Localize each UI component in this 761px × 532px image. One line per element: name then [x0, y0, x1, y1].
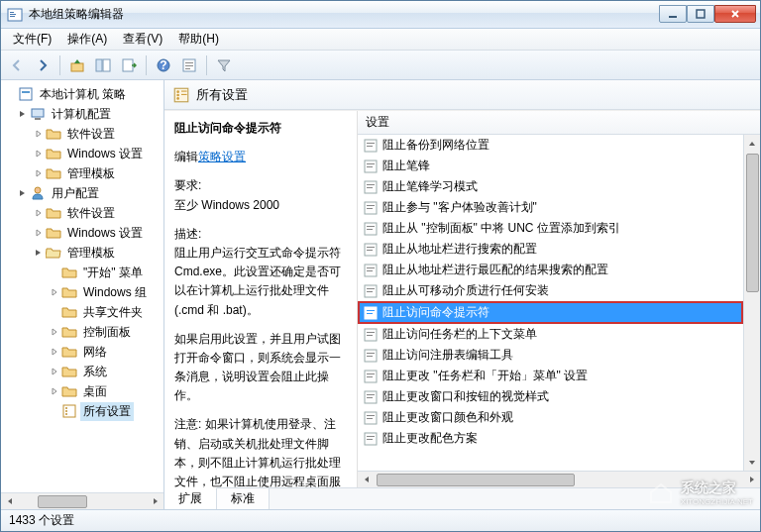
scroll-track[interactable]: [744, 152, 760, 454]
scroll-left-button[interactable]: [1, 493, 18, 510]
svg-rect-71: [367, 415, 375, 416]
scroll-left-button[interactable]: [358, 472, 375, 488]
list-item[interactable]: 阻止从 "控制面板" 中将 UNC 位置添加到索引: [358, 218, 743, 239]
help-button[interactable]: ?: [152, 53, 175, 77]
properties-button[interactable]: [177, 53, 201, 77]
tree-control-panel[interactable]: 控制面板: [3, 322, 163, 342]
tree-cc-admin[interactable]: 管理模板: [3, 163, 163, 183]
expand-icon[interactable]: [33, 148, 45, 160]
list-item[interactable]: 阻止从地址栏进行最匹配的结果搜索的配置: [358, 260, 743, 280]
tree-uc-windows[interactable]: Windows 设置: [3, 223, 163, 243]
tree-network[interactable]: 网络: [3, 342, 163, 362]
svg-rect-41: [367, 205, 375, 206]
expand-icon[interactable]: [33, 227, 45, 239]
list-item[interactable]: 阻止更改窗口颜色和外观: [358, 407, 743, 428]
list-item[interactable]: 阻止笔锋: [358, 156, 743, 176]
list-item[interactable]: 阻止参与 "客户体验改善计划": [358, 197, 743, 218]
tree-label: "开始" 菜单: [80, 264, 146, 282]
filter-button[interactable]: [212, 53, 236, 77]
tab-standard[interactable]: 标准: [217, 488, 270, 509]
tree-hscrollbar[interactable]: [1, 492, 163, 509]
tree-cc-windows[interactable]: Windows 设置: [3, 144, 163, 163]
up-button[interactable]: [65, 53, 89, 77]
expand-icon[interactable]: [49, 366, 60, 377]
scroll-track[interactable]: [18, 493, 147, 509]
tree-root[interactable]: 本地计算机 策略: [3, 84, 163, 104]
forward-button[interactable]: [31, 53, 54, 77]
scroll-thumb[interactable]: [38, 495, 87, 508]
svg-rect-36: [367, 166, 373, 167]
scroll-down-button[interactable]: [744, 454, 760, 471]
policy-item-icon: [364, 370, 378, 383]
scroll-thumb[interactable]: [377, 474, 575, 486]
collapse-icon[interactable]: [17, 108, 29, 120]
expand-icon[interactable]: [49, 326, 60, 338]
settings-list[interactable]: 阻止备份到网络位置阻止笔锋阻止笔锋学习模式阻止参与 "客户体验改善计划"阻止从 …: [358, 135, 743, 471]
list-vscrollbar[interactable]: [743, 135, 760, 471]
expander-icon[interactable]: [5, 88, 17, 100]
tree-pane: 本地计算机 策略 计算机配置 软件设置 Windows 设置: [1, 80, 164, 509]
computer-icon: [30, 106, 46, 122]
tree-cc-software[interactable]: 软件设置: [3, 124, 163, 144]
scroll-right-button[interactable]: [147, 493, 163, 510]
menu-help[interactable]: 帮助(H): [170, 29, 227, 50]
expand-icon[interactable]: [49, 385, 60, 397]
expand-icon[interactable]: [33, 167, 45, 179]
view-tabs: 扩展 标准: [164, 487, 760, 509]
list-item[interactable]: 阻止备份到网络位置: [358, 135, 743, 156]
desc-body: 阻止用户运行交互式命令提示符 Cmd.exe。此设置还确定是否可以在计算机上运行…: [174, 244, 347, 320]
list-item[interactable]: 阻止从地址栏进行搜索的配置: [358, 239, 743, 260]
tree-shared-folders[interactable]: 共享文件夹: [3, 302, 163, 322]
list-item[interactable]: 阻止访问命令提示符: [358, 301, 743, 324]
tab-extended[interactable]: 扩展: [164, 487, 217, 509]
expand-icon[interactable]: [33, 207, 45, 219]
list-item-label: 阻止访问命令提示符: [382, 304, 489, 321]
list-column-header[interactable]: 设置: [358, 111, 760, 135]
tree-uc-software[interactable]: 软件设置: [3, 203, 163, 223]
minimize-button[interactable]: [659, 5, 687, 23]
back-button[interactable]: [5, 53, 29, 77]
scroll-track[interactable]: [375, 472, 743, 487]
svg-rect-3: [10, 16, 15, 17]
svg-rect-68: [367, 394, 375, 395]
tree-system[interactable]: 系统: [3, 362, 163, 381]
svg-rect-59: [367, 332, 375, 333]
tree-uc-admin[interactable]: 管理模板: [3, 243, 163, 263]
list-item[interactable]: 阻止访问注册表编辑工具: [358, 345, 743, 366]
menu-view[interactable]: 查看(V): [115, 29, 170, 50]
show-hide-tree-button[interactable]: [91, 53, 115, 77]
tree-label: Windows 设置: [64, 224, 146, 243]
list-item[interactable]: 阻止从可移动介质进行任何安装: [358, 280, 743, 301]
list-item[interactable]: 阻止更改配色方案: [358, 428, 743, 449]
policy-settings-link[interactable]: 策略设置: [198, 150, 246, 163]
maximize-button[interactable]: [687, 5, 714, 23]
close-button[interactable]: [714, 5, 756, 23]
expand-icon[interactable]: [33, 128, 45, 140]
scroll-up-button[interactable]: [744, 135, 760, 152]
menu-action[interactable]: 操作(A): [59, 29, 115, 50]
scroll-right-button[interactable]: [743, 472, 760, 488]
list-item[interactable]: 阻止访问任务栏的上下文菜单: [358, 324, 743, 345]
policy-tree[interactable]: 本地计算机 策略 计算机配置 软件设置 Windows 设置: [1, 80, 163, 492]
tree-start-menu[interactable]: "开始" 菜单: [3, 263, 163, 282]
list-item[interactable]: 阻止更改窗口和按钮的视觉样式: [358, 386, 743, 407]
tree-windows-group[interactable]: Windows 组: [3, 282, 163, 302]
scroll-thumb[interactable]: [746, 154, 759, 292]
tree-label: 本地计算机 策略: [37, 85, 129, 104]
tree-computer-config[interactable]: 计算机配置: [3, 104, 163, 124]
list-item[interactable]: 阻止更改 "任务栏和「开始」菜单" 设置: [358, 366, 743, 386]
tree-desktop[interactable]: 桌面: [3, 381, 163, 401]
title-bar[interactable]: 本地组策略编辑器: [1, 1, 760, 29]
list-item[interactable]: 阻止笔锋学习模式: [358, 176, 743, 197]
tree-all-settings[interactable]: 所有设置: [3, 401, 163, 421]
menu-file[interactable]: 文件(F): [5, 29, 59, 50]
collapse-icon[interactable]: [33, 247, 45, 259]
expand-icon[interactable]: [49, 346, 60, 358]
folder-icon: [61, 324, 77, 340]
collapse-icon[interactable]: [17, 187, 29, 199]
export-button[interactable]: [117, 53, 141, 77]
expand-icon[interactable]: [49, 286, 60, 298]
list-item-label: 阻止笔锋学习模式: [382, 178, 478, 195]
tree-user-config[interactable]: 用户配置: [3, 183, 163, 203]
list-hscrollbar[interactable]: [358, 471, 760, 487]
